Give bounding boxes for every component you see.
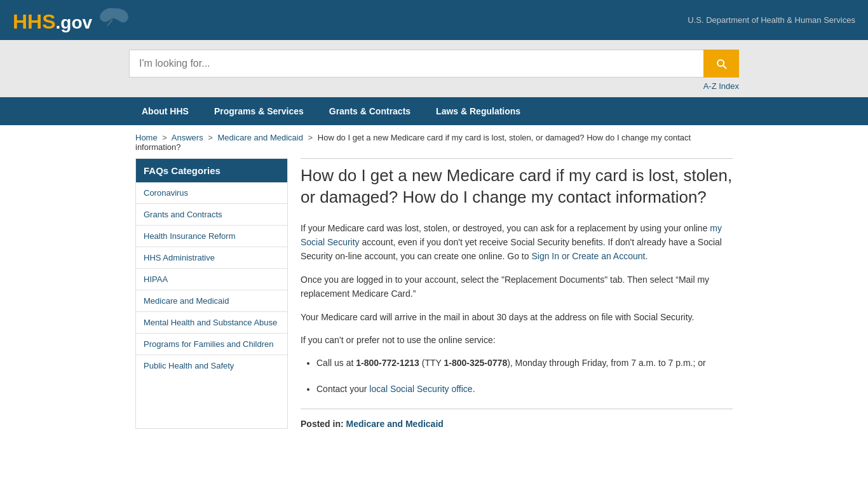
sidebar-item-mental-health[interactable]: Mental Health and Substance Abuse <box>136 312 287 334</box>
search-input[interactable] <box>129 50 703 78</box>
search-section: A-Z Index <box>0 40 868 97</box>
sidebar-item-programs-families-children[interactable]: Programs for Families and Children <box>136 334 287 355</box>
main-content: How do I get a new Medicare card if my c… <box>301 158 733 429</box>
sidebar-item-hhs-administrative[interactable]: HHS Administrative <box>136 247 287 269</box>
bullet1-post: ), Monday through Friday, from 7 a.m. to… <box>507 358 706 368</box>
breadcrumb-sep-2: > <box>208 133 213 142</box>
local-social-security-link[interactable]: local Social Security office <box>369 384 472 394</box>
sidebar-item-public-health-safety[interactable]: Public Health and Safety <box>136 355 287 376</box>
main-nav: About HHS Programs & Services Grants & C… <box>0 97 868 125</box>
breadcrumb-home[interactable]: Home <box>135 133 158 142</box>
logo-area: HHS .gov <box>13 6 130 34</box>
paragraph-4: If you can’t or prefer not to use the on… <box>301 333 733 347</box>
bullet-list: Call us at 1-800-772-1213 (TTY 1-800-325… <box>316 356 733 396</box>
nav-grants-contracts[interactable]: Grants & Contracts <box>316 97 423 125</box>
para1-end: . <box>645 251 648 261</box>
content-area: FAQs Categories Coronavirus Grants and C… <box>129 158 739 429</box>
sidebar-item-health-insurance-reform[interactable]: Health Insurance Reform <box>136 226 287 247</box>
paragraph-3: Your Medicare card will arrive in the ma… <box>301 310 733 324</box>
page-title: How do I get a new Medicare card if my c… <box>301 165 733 208</box>
bullet2-pre: Contact your <box>316 384 369 394</box>
bottom-divider <box>301 409 733 409</box>
logo-hhs[interactable]: HHS <box>13 10 56 34</box>
sidebar-item-medicare-medicaid[interactable]: Medicare and Medicaid <box>136 290 287 312</box>
search-row <box>129 50 739 78</box>
sidebar-title: FAQs Categories <box>136 159 287 182</box>
bullet1-pre: Call us at <box>316 358 356 368</box>
nav-programs-services[interactable]: Programs & Services <box>201 97 316 125</box>
bullet-item-1: Call us at 1-800-772-1213 (TTY 1-800-325… <box>316 356 733 370</box>
bullet1-phone1: 1-800-772-1213 <box>356 358 419 368</box>
sidebar-item-hipaa[interactable]: HIPAA <box>136 269 287 290</box>
breadcrumb-answers[interactable]: Answers <box>172 133 203 142</box>
bullet2-post: . <box>473 384 475 394</box>
posted-in-link[interactable]: Medicare and Medicaid <box>346 419 444 429</box>
sidebar-item-coronavirus[interactable]: Coronavirus <box>136 182 287 204</box>
bullet-item-2: Contact your local Social Security offic… <box>316 382 733 396</box>
bullet1-tty: (TTY <box>419 358 444 368</box>
breadcrumb-sep-1: > <box>162 133 167 142</box>
sign-in-link[interactable]: Sign In or Create an Account <box>531 251 645 261</box>
bullet1-phone2: 1-800-325-0778 <box>444 358 508 368</box>
breadcrumb-sep-3: > <box>308 133 313 142</box>
eagle-icon <box>98 6 130 29</box>
nav-about-hhs[interactable]: About HHS <box>129 97 201 125</box>
dept-name: U.S. Department of Health & Human Servic… <box>688 15 855 25</box>
breadcrumb-medicare-medicaid[interactable]: Medicare and Medicaid <box>218 133 303 142</box>
para1-cont: account, even if you don't yet receive S… <box>301 237 722 261</box>
nav-inner: About HHS Programs & Services Grants & C… <box>129 97 739 125</box>
top-header: HHS .gov U.S. Department of Health & Hum… <box>0 0 868 40</box>
para1-text: If your Medicare card was lost, stolen, … <box>301 223 710 233</box>
az-index-row: A-Z Index <box>129 81 739 91</box>
paragraph-1: If your Medicare card was lost, stolen, … <box>301 221 733 264</box>
az-index-link[interactable]: A-Z Index <box>703 81 739 91</box>
sidebar-item-grants-contracts[interactable]: Grants and Contracts <box>136 204 287 226</box>
posted-in-label: Posted in: <box>301 419 344 429</box>
sidebar: FAQs Categories Coronavirus Grants and C… <box>135 158 288 429</box>
logo-gov[interactable]: .gov <box>56 13 93 33</box>
paragraph-2: Once you are logged in to your account, … <box>301 273 733 301</box>
search-icon <box>715 57 728 70</box>
nav-laws-regulations[interactable]: Laws & Regulations <box>423 97 533 125</box>
posted-in: Posted in: Medicare and Medicaid <box>301 419 733 429</box>
breadcrumb: Home > Answers > Medicare and Medicaid >… <box>129 133 739 152</box>
search-button[interactable] <box>703 50 739 78</box>
